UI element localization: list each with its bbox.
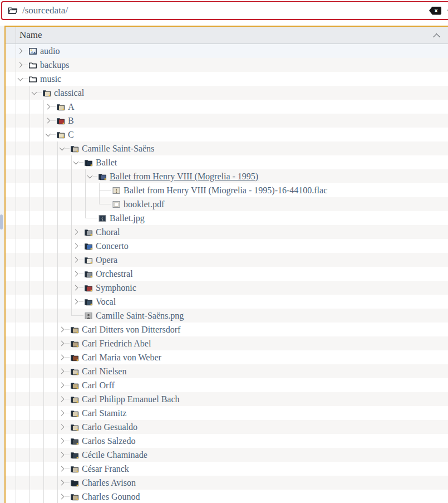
tree-row[interactable]: Carl Nielsen: [6, 364, 448, 378]
expand-chevron-icon[interactable]: [59, 480, 65, 486]
tree-guide-line: [42, 225, 56, 239]
tree-row[interactable]: Ballet from Henry VIII (Miogrelia - 1995…: [6, 183, 448, 197]
tree-row-label: Carl Maria von Weber: [82, 350, 161, 364]
path-value[interactable]: /sourcedata/: [22, 5, 68, 16]
tree-row[interactable]: Carl Maria von Weber: [6, 350, 448, 364]
tree-connector: [56, 364, 70, 378]
tree-guide-line: [42, 323, 56, 336]
expand-chevron-icon[interactable]: [59, 397, 65, 402]
tree-row-label: Concerto: [96, 239, 129, 253]
collapse-chevron-icon[interactable]: [46, 131, 51, 137]
tree-row[interactable]: Charles Avison: [6, 476, 448, 490]
tree-row[interactable]: Ballet from Henry VIII (Mogrelia - 1995): [6, 169, 448, 183]
tree-row-label: Ballet.jpg: [110, 211, 145, 225]
tree-guides: [14, 434, 56, 448]
tree-row[interactable]: Ballet.jpg: [6, 211, 448, 225]
tree-guides: [14, 197, 97, 211]
tree-row[interactable]: Ballet: [6, 155, 448, 169]
expand-chevron-icon[interactable]: [59, 411, 65, 416]
tree-row[interactable]: Carl Friedrich Abel: [6, 336, 448, 350]
collapse-chevron-icon[interactable]: [73, 159, 79, 165]
tree-row[interactable]: Carlo Gesualdo: [6, 420, 448, 434]
tree-row[interactable]: Symphonic: [6, 281, 448, 295]
tree-connector: [56, 420, 70, 434]
tree-row[interactable]: Charles Gounod: [6, 490, 448, 503]
tree-row[interactable]: B: [6, 114, 448, 128]
tree-row[interactable]: Camille Saint-Saëns: [6, 141, 448, 155]
tree-connector: [83, 169, 97, 183]
tree-row[interactable]: booklet.pdf: [6, 197, 448, 211]
album-folder-icon: [56, 102, 65, 111]
tree-row[interactable]: Carlos Salzedo: [6, 434, 448, 448]
tree-row[interactable]: César Franck: [6, 462, 448, 476]
tree-row[interactable]: Opera: [6, 253, 448, 267]
expand-chevron-icon[interactable]: [59, 494, 65, 500]
tree-row[interactable]: Carl Orff: [6, 378, 448, 392]
tree-guide-line: [28, 448, 42, 462]
tree-row[interactable]: Cécile Chaminade: [6, 448, 448, 462]
tree-guide-line: [28, 128, 42, 141]
tree-guides: [14, 295, 70, 309]
tree-guides: [14, 420, 56, 434]
tree-row[interactable]: C: [6, 128, 448, 141]
expand-chevron-icon[interactable]: [73, 243, 78, 249]
tree-row[interactable]: Concerto: [6, 239, 448, 253]
tree-row[interactable]: Camille Saint-Saëns.png: [6, 309, 448, 323]
tree-guide-line: [42, 378, 56, 392]
expand-chevron-icon[interactable]: [73, 271, 78, 277]
tree-guide-line: [14, 378, 28, 392]
collapse-chevron-icon[interactable]: [32, 90, 37, 95]
tree-row[interactable]: audio: [6, 44, 448, 58]
tree-row[interactable]: music: [6, 72, 448, 86]
album-folder-icon: [84, 284, 93, 292]
tree-row[interactable]: classical: [6, 86, 448, 100]
tree-connector: [42, 128, 56, 141]
expand-chevron-icon[interactable]: [45, 118, 51, 124]
tree-row[interactable]: Carl Stamitz: [6, 406, 448, 420]
expand-chevron-icon[interactable]: [59, 369, 65, 374]
tree-row-label: Carl Philipp Emanuel Bach: [82, 392, 180, 406]
expand-chevron-icon[interactable]: [59, 341, 65, 346]
tree-row[interactable]: Choral: [6, 225, 448, 239]
expand-chevron-icon[interactable]: [73, 257, 78, 263]
expand-chevron-icon[interactable]: [17, 62, 23, 68]
tree-row[interactable]: Carl Philipp Emanuel Bach: [6, 392, 448, 406]
tree-guide-line: [56, 239, 70, 253]
tree-row[interactable]: A: [6, 100, 448, 114]
collapse-chevron-icon[interactable]: [18, 76, 23, 81]
name-column-header[interactable]: Name: [6, 27, 448, 44]
expand-chevron-icon[interactable]: [59, 327, 65, 333]
tree-guide-line: [28, 323, 42, 336]
expand-chevron-icon[interactable]: [73, 229, 78, 235]
tree-guide-line: [14, 434, 28, 448]
tree-row[interactable]: Vocal: [6, 295, 448, 309]
tree-guide-line: [14, 364, 28, 378]
expand-chevron-icon[interactable]: [59, 438, 65, 444]
tree-guide-line: [28, 141, 42, 155]
expand-chevron-icon[interactable]: [59, 424, 65, 430]
collapse-chevron-icon[interactable]: [87, 173, 93, 179]
tree-guide-line: [42, 490, 56, 503]
tree-row[interactable]: backups: [6, 58, 448, 72]
tree-guide-line: [28, 225, 42, 239]
expand-chevron-icon[interactable]: [73, 299, 78, 305]
expand-chevron-icon[interactable]: [59, 466, 65, 472]
expand-chevron-icon[interactable]: [59, 383, 65, 388]
tree-row[interactable]: Carl Ditters von Dittersdorf: [6, 323, 448, 336]
scrollbar-thumb[interactable]: [0, 214, 3, 229]
tree-row[interactable]: Orchestral: [6, 267, 448, 281]
tree-guide-line: [42, 406, 56, 420]
expand-chevron-icon[interactable]: [45, 104, 51, 110]
backspace-clear-icon[interactable]: x: [429, 7, 441, 15]
tree-guide-line: [14, 267, 28, 281]
album-folder-icon: [70, 465, 79, 473]
album-folder-icon: [70, 395, 79, 404]
expand-chevron-icon[interactable]: [59, 355, 65, 360]
expand-chevron-icon[interactable]: [73, 285, 78, 291]
collapse-chevron-icon[interactable]: [60, 145, 65, 151]
expand-chevron-icon[interactable]: [17, 48, 23, 54]
expand-chevron-icon[interactable]: [59, 452, 65, 458]
path-input[interactable]: /sourcedata/ x: [1, 1, 448, 20]
tree-guides: [14, 364, 56, 378]
tree-row-label: Vocal: [96, 295, 116, 309]
